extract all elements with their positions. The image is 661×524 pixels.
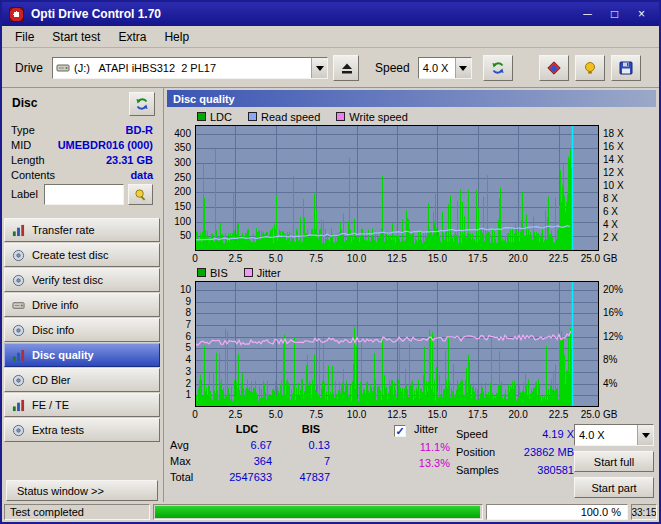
progress-fill (155, 506, 480, 518)
total-ldc-value: 2547633 (212, 471, 282, 483)
sidebar-item-label: Create test disc (32, 249, 108, 261)
sidebar-item-cd-bler[interactable]: CD Bler (4, 368, 160, 392)
menu-start-test[interactable]: Start test (43, 27, 109, 47)
jitter-checkbox[interactable]: ✓ (394, 425, 406, 437)
scan-speed-value: 4.0 X (575, 429, 637, 441)
disc-contents-value[interactable]: data (130, 169, 153, 181)
axis-tick-label: 0 (192, 410, 198, 420)
sidebar-item-disc-info[interactable]: Disc info (4, 318, 160, 342)
chart-icon (12, 349, 25, 362)
refresh-icon (491, 61, 505, 75)
window-body: Disc Type BD-R MID UMEBDR016 (000) Lengt… (2, 88, 659, 502)
sidebar-item-label: Disc quality (32, 349, 94, 361)
disc-length-value: 23.31 GB (106, 154, 153, 166)
scan-actions: 4.0 X Start full Start part (574, 424, 654, 446)
dropdown-arrow-icon[interactable] (311, 58, 327, 78)
close-icon: × (638, 7, 645, 21)
eject-button[interactable] (333, 55, 359, 81)
axis-tick-label: 4 (164, 355, 191, 365)
axis-tick-label: 100 (164, 217, 191, 227)
start-part-button[interactable]: Start part (574, 477, 654, 498)
sound-button[interactable] (575, 55, 605, 81)
axis-tick-label: 4% (603, 379, 617, 389)
save-button[interactable] (611, 55, 641, 81)
panel-title: Disc quality (173, 93, 235, 105)
jitter-avg-value: 11.1% (394, 441, 456, 453)
disc-icon (12, 424, 25, 437)
axis-tick-label: 12% (603, 332, 623, 342)
dropdown-arrow-icon[interactable] (455, 58, 471, 78)
start-full-button[interactable]: Start full (574, 451, 654, 472)
sidebar-item-label: Extra tests (32, 424, 84, 436)
close-button[interactable]: × (628, 5, 655, 24)
refresh-disc-button[interactable] (129, 92, 155, 116)
start-full-label: Start full (594, 456, 634, 468)
axis-tick-label: 50 (164, 231, 191, 241)
axis-tick-label: 20% (603, 285, 623, 295)
start-part-label: Start part (591, 482, 636, 494)
read-label-button[interactable] (128, 184, 153, 205)
minimize-icon: ─ (583, 7, 592, 21)
window-title: Opti Drive Control 1.70 (31, 7, 574, 21)
menu-extra[interactable]: Extra (109, 27, 155, 47)
axis-tick-label: 5.0 (269, 410, 283, 420)
dropdown-arrow-icon[interactable] (637, 425, 653, 445)
scan-speed-select[interactable]: 4.0 X (574, 424, 654, 446)
sidebar-item-transfer-rate[interactable]: Transfer rate (4, 218, 160, 242)
axis-tick-label: 10 X (603, 181, 624, 191)
bis-jitter-chart (195, 281, 599, 407)
axis-tick-label: 5.0 (269, 254, 283, 264)
axis-tick-label: 15.0 (428, 254, 447, 264)
results-table: LDC BIS Avg 6.67 0.13 Max 364 7 Total 25… (170, 423, 340, 483)
sidebar-item-label: Verify test disc (32, 274, 103, 286)
axis-tick-label: 25.0 GB (581, 410, 618, 420)
legend-label: LDC (210, 111, 232, 123)
avg-row-label: Avg (170, 439, 212, 451)
status-window-label: Status window >> (17, 485, 104, 497)
floppy-icon (619, 61, 633, 75)
axis-tick-label: 8% (603, 355, 617, 365)
jitter-legend-swatch (244, 268, 253, 277)
axis-tick-label: 250 (164, 173, 191, 183)
max-bis-value: 7 (282, 455, 340, 467)
colors-button[interactable] (539, 55, 569, 81)
chart-legend-top: LDC Read speed Write speed (197, 111, 408, 122)
sidebar-item-disc-quality[interactable]: Disc quality (4, 343, 160, 367)
axis-tick-label: 12.5 (387, 410, 406, 420)
status-text-cell: Test completed (4, 504, 150, 520)
sidebar-item-drive-info[interactable]: Drive info (4, 293, 160, 317)
status-window-button[interactable]: Status window >> (6, 480, 158, 501)
jitter-block: ✓ Jitter 11.1% 13.3% (394, 423, 456, 469)
menu-help[interactable]: Help (155, 27, 198, 47)
sidebar-item-fe-te[interactable]: FE / TE (4, 393, 160, 417)
axis-tick-label: 8 X (603, 194, 618, 204)
axis-tick-label: 9 (164, 297, 191, 307)
axis-tick-label: 17.5 (468, 410, 487, 420)
maximize-button[interactable]: □ (601, 5, 628, 24)
check-icon: ✓ (395, 426, 404, 436)
panel-header: Disc quality (167, 90, 656, 107)
refresh-speed-button[interactable] (483, 55, 513, 81)
jitter-checkbox-label: Jitter (414, 423, 438, 435)
drive-select[interactable]: (J:) ATAPI iHBS312 2 PL17 (52, 57, 328, 79)
axis-tick-label: 2.5 (228, 254, 242, 264)
menu-file[interactable]: File (6, 27, 43, 47)
axis-tick-label: 8 (164, 308, 191, 318)
sidebar-item-label: Disc info (32, 324, 74, 336)
axis-tick-label: 10.0 (347, 410, 366, 420)
axis-tick-label: 4 X (603, 220, 618, 230)
axis-tick-label: 14 X (603, 155, 624, 165)
axis-tick-label: 2.5 (228, 410, 242, 420)
sidebar-item-extra-tests[interactable]: Extra tests (4, 418, 160, 442)
axis-tick-label: 12.5 (387, 254, 406, 264)
diamond-icon (547, 61, 561, 75)
speed-select[interactable]: 4.0 X (418, 57, 472, 79)
disc-label-input[interactable] (44, 184, 124, 205)
minimize-button[interactable]: ─ (574, 5, 601, 24)
position-stat-value: 23862 MB (524, 446, 574, 458)
sidebar-item-verify-test-disc[interactable]: Verify test disc (4, 268, 160, 292)
speed-stat-value: 4.19 X (542, 428, 574, 440)
position-stat-label: Position (456, 446, 495, 458)
sidebar-item-create-test-disc[interactable]: Create test disc (4, 243, 160, 267)
samples-stat-value: 380581 (537, 464, 574, 476)
